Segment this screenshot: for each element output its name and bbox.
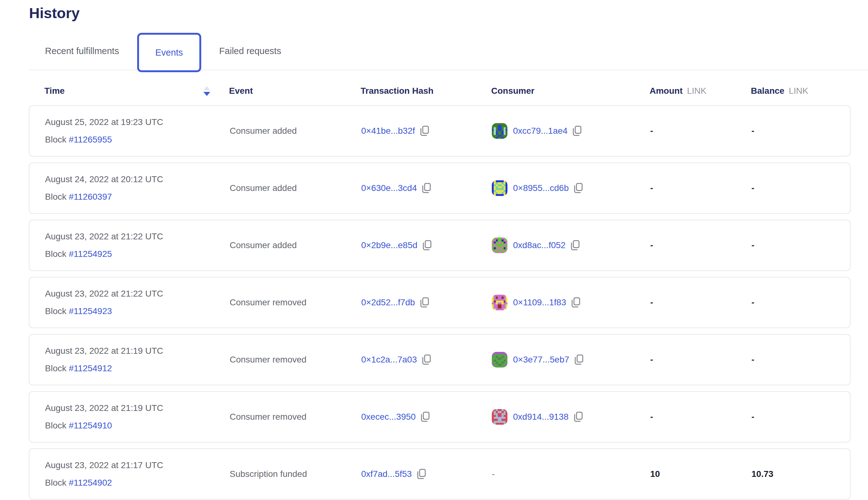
consumer-link[interactable]: 0xd8ac...f052 [513,240,566,250]
consumer-link[interactable]: 0xd914...9138 [513,412,569,422]
amount-cell: - [650,183,752,193]
copy-icon[interactable] [420,125,429,137]
consumer-link[interactable]: 0×1109...1f83 [513,297,566,307]
sort-caret-icon [203,86,210,96]
time-cell: August 23, 2022 at 21:19 UTC Block #1125… [45,346,230,373]
transaction-hash-link[interactable]: 0×41be...b32f [361,126,415,136]
transaction-hash-cell: 0×1c2a...7a03 [361,354,492,365]
block-number-link[interactable]: #11254910 [69,421,112,430]
block-number-link[interactable]: #11265955 [69,135,112,144]
consumer-cell: 0xd8ac...f052 [492,238,650,253]
block-number-link[interactable]: #11254923 [69,306,112,316]
amount-cell: 10 [650,469,752,479]
block-number-link[interactable]: #11260397 [69,192,112,202]
copy-icon[interactable] [571,240,580,251]
column-header-consumer: Consumer [491,86,650,96]
event-cell: Consumer removed [230,297,361,307]
balance-cell: - [752,240,850,250]
copy-icon[interactable] [417,468,426,480]
transaction-hash-cell: 0xecec...3950 [361,411,492,422]
table-row: August 23, 2022 at 21:22 UTC Block #1125… [29,220,850,271]
timestamp: August 24, 2022 at 20:12 UTC [45,174,230,184]
balance-cell: - [752,355,850,365]
page-title: History [29,4,868,22]
transaction-hash-link[interactable]: 0xecec...3950 [361,412,415,422]
event-cell: Consumer added [230,240,361,250]
transaction-hash-link[interactable]: 0×1c2a...7a03 [361,355,417,365]
balance-unit-label: LINK [789,86,808,96]
event-cell: Subscription funded [230,469,361,479]
consumer-cell: 0xd914...9138 [492,409,650,425]
consumer-cell: 0×3e77...5eb7 [492,352,650,367]
timestamp: August 23, 2022 at 21:19 UTC [45,403,230,413]
copy-icon[interactable] [420,297,429,308]
timestamp: August 23, 2022 at 21:22 UTC [45,289,230,299]
consumer-cell: 0×8955...cd6b [492,180,650,196]
transaction-hash-cell: 0×630e...3cd4 [361,182,492,194]
consumer-identicon [492,238,507,253]
copy-icon[interactable] [571,297,581,308]
transaction-hash-cell: 0×2b9e...e85d [361,240,492,251]
consumer-link[interactable]: 0×3e77...5eb7 [513,355,569,365]
copy-icon[interactable] [422,354,431,365]
amount-cell: - [650,240,752,250]
table-row: August 25, 2022 at 19:23 UTC Block #1126… [29,105,850,157]
transaction-hash-link[interactable]: 0×630e...3cd4 [361,183,417,193]
table-row: August 23, 2022 at 21:22 UTC Block #1125… [29,277,850,328]
copy-icon[interactable] [574,354,584,365]
column-header-transaction-hash: Transaction Hash [361,86,491,96]
balance-cell: - [752,183,850,193]
consumer-identicon [492,352,507,367]
balance-cell: 10.73 [752,469,850,479]
timestamp: August 23, 2022 at 21:22 UTC [45,231,230,241]
time-cell: August 23, 2022 at 21:19 UTC Block #1125… [45,403,230,431]
time-cell: August 24, 2022 at 20:12 UTC Block #1126… [45,174,230,202]
consumer-identicon [492,295,507,310]
amount-cell: - [650,126,752,136]
event-cell: Consumer removed [230,355,361,365]
block-label: Block [45,363,66,373]
copy-icon[interactable] [421,411,430,422]
tab-failed-requests[interactable]: Failed requests [203,32,297,70]
consumer-link[interactable]: 0×8955...cd6b [513,183,569,193]
copy-icon[interactable] [574,411,583,422]
timestamp: August 23, 2022 at 21:17 UTC [45,460,230,470]
table-row: August 23, 2022 at 21:19 UTC Block #1125… [29,334,850,385]
timestamp: August 25, 2022 at 19:23 UTC [45,117,230,127]
copy-icon[interactable] [422,182,431,194]
event-cell: Consumer added [230,183,361,193]
block-label: Block [45,192,66,202]
consumer-identicon [492,180,507,196]
consumer-cell: 0xcc79...1ae4 [492,123,650,139]
consumer-identicon [492,409,507,425]
tab-events[interactable]: Events [137,33,201,72]
table-row: August 23, 2022 at 21:17 UTC Block #1125… [29,448,850,500]
block-number-link[interactable]: #11254902 [69,478,112,488]
block-label: Block [45,421,66,430]
transaction-hash-cell: 0×2d52...f7db [361,297,492,308]
block-number-link[interactable]: #11254925 [69,249,112,259]
consumer-cell: 0×1109...1f83 [492,295,650,310]
block-label: Block [45,135,66,144]
consumer-link[interactable]: 0xcc79...1ae4 [513,126,568,136]
column-header-time[interactable]: Time [44,86,229,96]
transaction-hash-link[interactable]: 0×2b9e...e85d [361,240,418,250]
transaction-hash-link[interactable]: 0×2d52...f7db [361,297,415,307]
copy-icon[interactable] [574,182,583,194]
table-row: August 23, 2022 at 21:19 UTC Block #1125… [29,391,850,443]
block-number-link[interactable]: #11254912 [69,363,112,373]
tab-recent-fulfillments[interactable]: Recent fulfillments [29,32,135,70]
amount-cell: - [650,412,752,422]
time-cell: August 25, 2022 at 19:23 UTC Block #1126… [45,117,230,145]
history-tabs: Recent fulfillments Events Failed reques… [29,32,868,70]
block-label: Block [45,306,66,316]
consumer-identicon [492,123,507,139]
balance-cell: - [752,126,850,136]
table-body: August 25, 2022 at 19:23 UTC Block #1126… [0,105,868,500]
amount-unit-label: LINK [687,86,707,96]
copy-icon[interactable] [572,125,582,137]
consumer-empty-dash: - [492,469,495,479]
time-cell: August 23, 2022 at 21:22 UTC Block #1125… [45,231,230,259]
copy-icon[interactable] [422,240,432,251]
transaction-hash-link[interactable]: 0xf7ad...5f53 [361,469,412,479]
